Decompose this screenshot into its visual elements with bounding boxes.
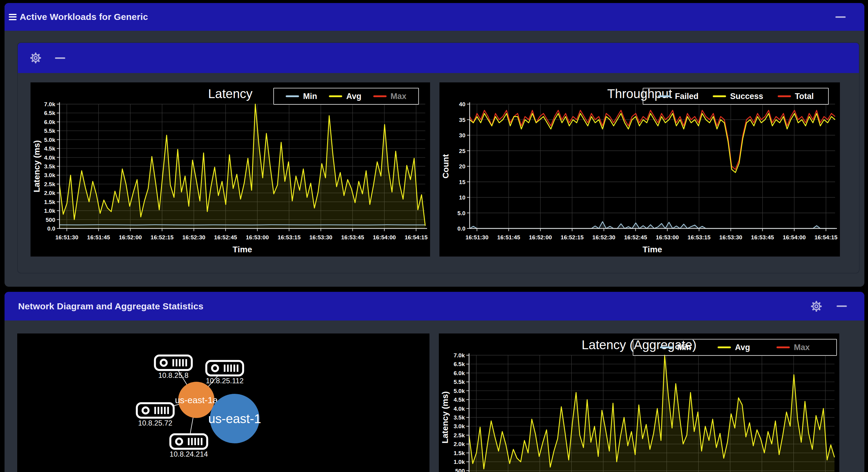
server-ip-label: 10.8.25.8 [158, 371, 188, 379]
page-title: Active Workloads for Generic [20, 12, 148, 22]
y-axis-label: Count [441, 154, 450, 179]
settings-button[interactable] [30, 52, 41, 64]
server-node[interactable]: 10.8.24.214 [170, 434, 208, 458]
chart-legend: MinAvgMax [273, 88, 419, 105]
y-tick-label: 1.5k [44, 199, 55, 205]
legend-item-total[interactable]: Total [778, 92, 814, 101]
menu-icon[interactable] [9, 14, 17, 20]
chart-title: Latency [208, 87, 252, 101]
active-workloads-card: Active Workloads for Generic [4, 3, 864, 287]
x-tick-label: 16:52:00 [119, 234, 142, 240]
legend-item-min[interactable]: Min [286, 92, 317, 101]
y-tick-label: 20 [459, 163, 465, 170]
legend-swatch [713, 95, 726, 97]
x-tick-label: 16:52:00 [529, 234, 552, 240]
legend-label: Max [794, 343, 810, 352]
y-tick-label: 7.0k [44, 101, 55, 107]
legend-label: Failed [675, 92, 699, 101]
legend-label: Min [677, 343, 691, 352]
panel-minimize-button[interactable] [55, 57, 65, 59]
x-tick-label: 16:53:45 [751, 234, 774, 240]
legend-swatch [373, 95, 386, 97]
x-tick-label: 16:52:45 [214, 234, 237, 240]
network-svg: us-east-1aus-east-110.8.25.810.8.25.1121… [17, 334, 430, 472]
gear-icon [811, 301, 822, 312]
y-tick-label: 500 [455, 468, 465, 472]
series-success [470, 113, 835, 173]
legend-label: Min [303, 92, 317, 101]
legend-item-max[interactable]: Max [776, 343, 810, 352]
network-diagram: us-east-1aus-east-110.8.25.810.8.25.1121… [17, 334, 430, 472]
zone-label: us-east-1 [208, 412, 261, 426]
server-node[interactable]: 10.8.25.72 [137, 403, 174, 427]
x-tick-label: 16:53:30 [719, 234, 742, 240]
y-tick-label: 2.5k [454, 432, 465, 438]
legend-item-min[interactable]: Min [660, 343, 691, 352]
server-ip-label: 10.8.25.112 [206, 377, 243, 385]
legend-item-avg[interactable]: Avg [329, 92, 361, 101]
chart-legend: FailedSuccessTotal [643, 88, 829, 105]
x-axis-label: Time [232, 245, 252, 254]
y-tick-label: 5.5k [454, 379, 465, 385]
y-tick-label: 2.0k [44, 190, 55, 196]
y-tick-label: 1.5k [454, 450, 465, 456]
y-tick-label: 4.0k [454, 406, 465, 412]
y-tick-label: 15 [459, 179, 466, 185]
y-tick-label: 40 [459, 101, 465, 107]
aggregate-latency-chart: 0.05001.0k1.5k2.0k2.5k3.0k3.5k4.0k4.5k5.… [439, 334, 839, 472]
workloads-panel: 0.05001.0k1.5k2.0k2.5k3.0k3.5k4.0k4.5k5.… [17, 42, 860, 273]
settings-button[interactable] [811, 301, 822, 312]
x-tick-label: 16:51:30 [55, 234, 78, 240]
throughput-chart: 0.05.01015202530354016:51:3016:51:4516:5… [439, 82, 840, 257]
x-tick-label: 16:53:15 [278, 234, 301, 240]
x-tick-label: 16:51:45 [87, 234, 110, 240]
y-tick-label: 4.5k [44, 145, 55, 152]
legend-item-max[interactable]: Max [373, 92, 406, 101]
y-tick-label: 4.5k [454, 397, 465, 403]
legend-item-failed[interactable]: Failed [658, 92, 699, 101]
series-min [60, 225, 425, 225]
y-axis-label: Latency (ms) [440, 392, 450, 444]
legend-swatch [329, 95, 342, 97]
x-tick-label: 16:54:15 [814, 234, 837, 240]
legend-swatch [660, 346, 673, 348]
y-tick-label: 0.0 [48, 226, 55, 232]
minus-icon [55, 57, 65, 59]
legend-label: Avg [346, 92, 361, 101]
minimize-button[interactable] [835, 16, 846, 18]
y-tick-label: 25 [459, 148, 466, 154]
zone-label: us-east-1a [175, 395, 218, 405]
x-tick-label: 16:54:00 [783, 234, 806, 240]
x-tick-label: 16:54:15 [405, 234, 428, 240]
legend-item-avg[interactable]: Avg [718, 343, 750, 352]
x-tick-label: 16:53:00 [656, 234, 679, 240]
y-tick-label: 3.0k [454, 423, 465, 430]
y-tick-label: 5.0k [454, 388, 465, 394]
y-tick-label: 500 [45, 217, 55, 223]
minus-icon [835, 16, 846, 18]
server-node[interactable]: 10.8.25.8 [155, 356, 192, 379]
y-tick-label: 3.0k [44, 172, 55, 178]
network-section-card: Network Diagram and Aggregate Statistics… [4, 292, 864, 472]
y-tick-label: 7.0k [454, 352, 465, 359]
x-tick-label: 16:52:30 [182, 234, 205, 240]
y-tick-label: 2.0k [454, 441, 465, 447]
legend-item-success[interactable]: Success [713, 92, 763, 101]
series-total [470, 110, 835, 170]
chart-latency-svg: 0.05001.0k1.5k2.0k2.5k3.0k3.5k4.0k4.5k5.… [31, 82, 430, 257]
x-tick-label: 16:53:15 [688, 234, 711, 240]
y-tick-label: 10 [459, 194, 465, 201]
legend-swatch [658, 95, 671, 97]
x-tick-label: 16:52:30 [592, 234, 615, 240]
workloads-panel-header [18, 43, 859, 73]
y-axis-label: Latency (ms) [32, 140, 41, 193]
legend-swatch [778, 95, 791, 97]
y-tick-label: 3.5k [44, 163, 55, 170]
server-node[interactable]: 10.8.25.112 [206, 361, 243, 385]
y-tick-label: 5.0 [458, 210, 465, 216]
y-tick-label: 3.5k [454, 414, 465, 421]
y-tick-label: 2.5k [44, 181, 55, 188]
legend-swatch [718, 346, 731, 348]
x-tick-label: 16:53:30 [309, 234, 332, 240]
section-minimize-button[interactable] [837, 305, 847, 307]
